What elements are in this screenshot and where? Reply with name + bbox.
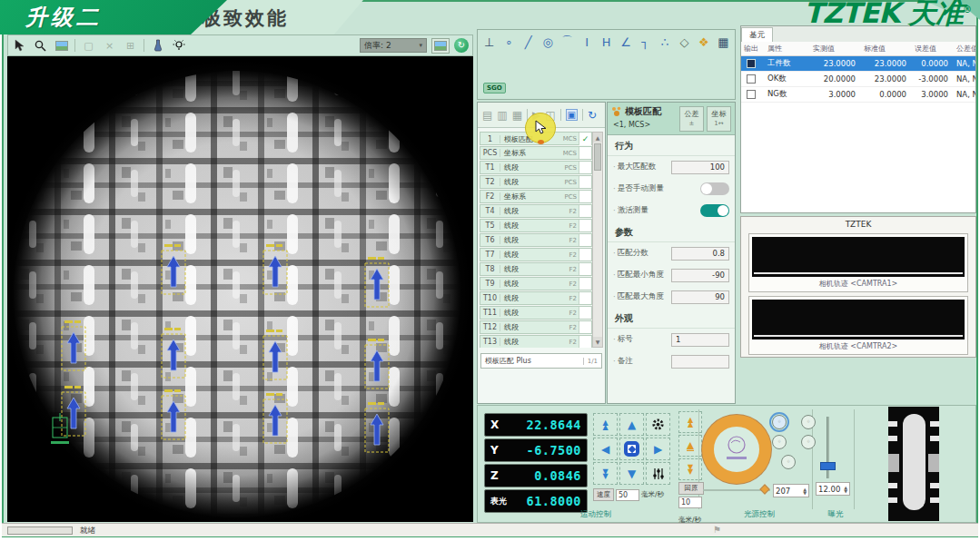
light-value-spinner[interactable]: 207▲▼ xyxy=(773,484,809,497)
list-item[interactable]: T6线段F2 xyxy=(480,233,592,247)
jog-down-button[interactable]: ▼ xyxy=(619,462,644,485)
list-item[interactable]: T11线段F2 xyxy=(480,306,592,320)
max-angle-field[interactable]: 90 xyxy=(671,290,729,304)
table-row[interactable]: 工件数 23.0000 23.0000 0.0000 NA, NA xyxy=(741,56,975,72)
list-item[interactable]: T9线段F2 xyxy=(480,277,592,290)
point-icon[interactable]: ∘ xyxy=(502,35,514,49)
save-icon[interactable]: ▦ xyxy=(512,109,522,122)
list-item[interactable]: T4线段F2 xyxy=(480,204,592,218)
max-match-field[interactable]: 100 xyxy=(671,161,729,174)
close-tool-icon[interactable]: × xyxy=(102,38,117,54)
angle-icon[interactable]: ∠ xyxy=(619,35,631,49)
light-channel-5[interactable]: ◦ xyxy=(781,455,796,469)
z-up-button[interactable]: ▲ xyxy=(678,435,702,457)
sync-icon[interactable]: ↻ xyxy=(454,38,469,53)
row-checkbox[interactable] xyxy=(747,90,756,99)
table-icon[interactable]: ▦ xyxy=(718,35,729,49)
tab-primitives[interactable]: 基元 xyxy=(741,27,773,42)
min-angle-field[interactable]: -90 xyxy=(671,269,729,282)
light-channel-2[interactable]: ◦ xyxy=(801,415,816,429)
settings-button[interactable] xyxy=(646,413,670,436)
z-up-fast-button[interactable]: ▲▲ xyxy=(678,411,702,433)
trajectory-figure[interactable]: 相机轨迹 <CAMTRA2> xyxy=(748,296,968,355)
distance-icon[interactable]: Ι xyxy=(580,35,592,49)
cube-icon[interactable]: ❖ xyxy=(698,35,709,49)
snapshot-button[interactable] xyxy=(431,38,450,54)
line-icon[interactable]: ╱ xyxy=(522,35,534,49)
stop-button[interactable] xyxy=(619,438,644,460)
step-field[interactable]: 10 xyxy=(678,497,702,508)
circle-icon[interactable]: ◎ xyxy=(541,35,553,49)
list-item[interactable]: T5线段F2 xyxy=(480,219,592,232)
list-item[interactable]: T13线段F2 xyxy=(480,335,592,348)
polygon-icon[interactable]: ◇ xyxy=(678,35,690,49)
list-item[interactable]: T8线段F2 xyxy=(480,262,592,276)
light-channel-4[interactable]: ◦ xyxy=(801,435,816,449)
scroll-thumb[interactable] xyxy=(594,143,601,171)
add-region-icon[interactable]: ⊞ xyxy=(123,38,138,54)
refresh-icon[interactable]: ↻ xyxy=(588,109,597,122)
jog-up-button[interactable]: ▲ xyxy=(619,413,644,436)
monitor-icon[interactable]: ▣ xyxy=(566,109,578,121)
tag-field[interactable]: 1 xyxy=(671,333,729,347)
home-button[interactable]: 回原 xyxy=(678,482,704,495)
light-channel-3[interactable]: ◦ xyxy=(772,435,787,449)
list-item[interactable]: T1线段PCS xyxy=(480,161,592,174)
open-icon[interactable]: ▤ xyxy=(482,109,492,122)
note-field[interactable] xyxy=(671,355,729,369)
lightbulb-icon[interactable] xyxy=(171,38,186,54)
scroll-up-icon[interactable]: ▲ xyxy=(593,133,602,143)
stepper-icons[interactable]: ▲▼ xyxy=(844,486,847,493)
list-item[interactable]: T2线段PCS xyxy=(480,175,592,189)
list-item[interactable]: PCS坐标系MCS xyxy=(480,146,592,160)
error-cell: 3.0000 xyxy=(912,90,954,99)
row-checkbox[interactable] xyxy=(747,74,756,84)
scrollbar[interactable]: ▲▼ xyxy=(592,132,603,348)
attr-cell: NG数 xyxy=(765,89,810,100)
copy-icon[interactable]: ▥ xyxy=(497,109,507,122)
light-slider[interactable] xyxy=(703,489,770,491)
z-down-fast-button[interactable]: ▼▼ xyxy=(678,458,702,480)
flask-icon[interactable] xyxy=(150,38,165,54)
row-checkbox[interactable] xyxy=(747,59,756,68)
arc-icon[interactable]: ⌒ xyxy=(561,34,573,50)
measured-cell: 23.0000 xyxy=(810,59,861,68)
exposure-slider-handle[interactable] xyxy=(820,462,836,470)
slider-handle[interactable] xyxy=(759,484,769,494)
jog-right-button[interactable]: ▶ xyxy=(646,438,670,460)
speed-field[interactable]: 50 xyxy=(616,489,639,501)
list-item[interactable]: F2坐标系PCS xyxy=(480,190,592,203)
stepper-icons[interactable]: ▲▼ xyxy=(803,487,807,495)
width-icon[interactable]: Η xyxy=(600,35,612,49)
window-tool-icon[interactable]: ▢ xyxy=(81,38,96,54)
cursor-tool-icon[interactable] xyxy=(12,38,27,54)
active-measure-toggle[interactable] xyxy=(700,204,729,217)
scatter-icon[interactable]: ∴ xyxy=(658,35,670,49)
corner-icon[interactable]: ┐ xyxy=(639,35,651,49)
manual-measure-toggle[interactable] xyxy=(700,182,729,195)
table-row[interactable]: NG数 3.0000 0.0000 3.0000 NA, NA xyxy=(741,87,975,103)
score-field[interactable]: 0.8 xyxy=(671,247,729,261)
steps-footer-tab[interactable]: 模板匹配 Plus1/1 xyxy=(480,353,602,369)
jog-down-fast-button[interactable]: ▼▼ xyxy=(593,462,618,485)
image-tool-icon[interactable] xyxy=(54,38,69,54)
list-item[interactable]: T12线段F2 xyxy=(480,320,592,334)
tolerance-button[interactable]: 公差± xyxy=(679,106,704,132)
axes-icon[interactable]: ⊥ xyxy=(483,35,495,49)
list-item[interactable]: T10线段F2 xyxy=(480,291,592,305)
list-item[interactable]: T7线段F2 xyxy=(480,248,592,261)
light-channel-1[interactable]: ◦ xyxy=(772,415,787,429)
jog-up-fast-button[interactable]: ▲▲ xyxy=(593,413,618,436)
scroll-down-icon[interactable]: ▼ xyxy=(593,337,602,347)
camera-viewport[interactable] xyxy=(7,56,473,522)
coordinate-button[interactable]: 坐标1↔ xyxy=(707,106,731,132)
table-row[interactable]: OK数 20.0000 23.0000 -3.0000 NA, NA xyxy=(741,72,975,87)
zoom-tool-icon[interactable] xyxy=(33,38,48,54)
magnification-select[interactable]: 倍率: 2▾ xyxy=(360,38,427,53)
light-section-label: 光源控制 xyxy=(705,509,814,520)
jog-left-button[interactable]: ◀ xyxy=(593,438,618,460)
exposure-spinner[interactable]: 12.00▲▼ xyxy=(816,482,850,496)
jog-wheel[interactable] xyxy=(702,415,771,484)
adjust-button[interactable] xyxy=(646,462,670,485)
trajectory-figure[interactable]: 相机轨迹 <CAMTRA1> xyxy=(748,233,968,292)
